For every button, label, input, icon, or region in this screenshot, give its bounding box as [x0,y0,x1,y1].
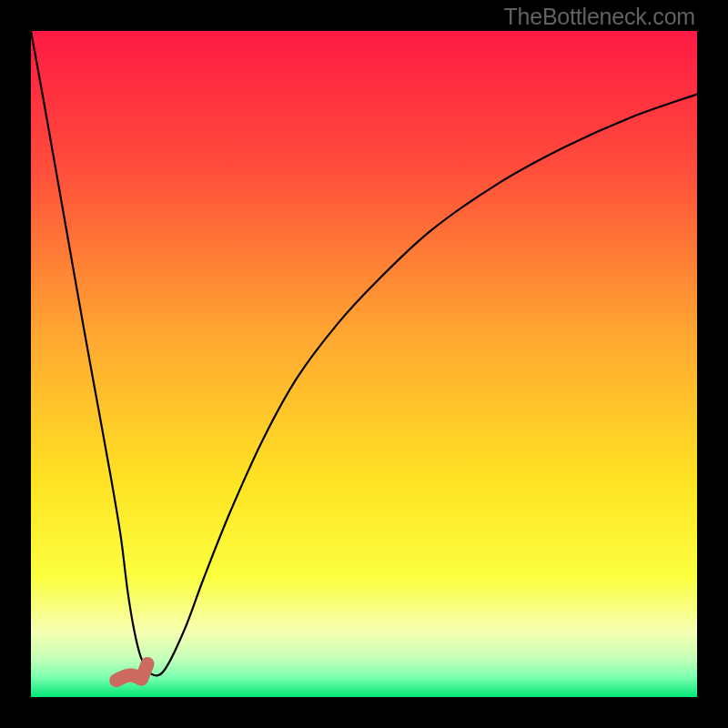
watermark-text: TheBottleneck.com [503,4,695,30]
plot-area [31,31,697,697]
chart-svg [31,31,697,697]
chart-frame: TheBottleneck.com [0,0,728,728]
